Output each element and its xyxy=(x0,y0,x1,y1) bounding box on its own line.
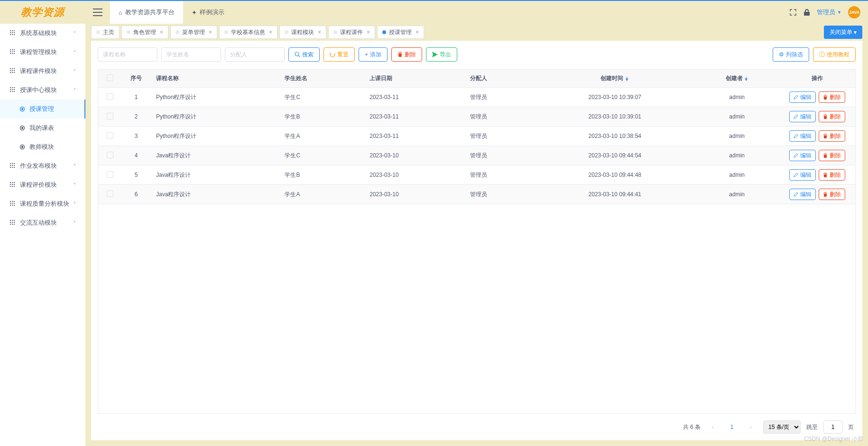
page-number[interactable]: 1 xyxy=(725,420,739,434)
sidebar-item[interactable]: 课程课件模块˅ xyxy=(0,62,85,81)
svg-rect-45 xyxy=(10,165,11,166)
svg-rect-25 xyxy=(12,72,13,73)
row-delete-button[interactable]: 删除 xyxy=(819,111,845,122)
student-input[interactable] xyxy=(161,47,221,62)
hamburger-icon[interactable] xyxy=(93,9,102,16)
sidebar-subitem[interactable]: 教师模块 xyxy=(0,137,85,156)
close-icon[interactable]: × xyxy=(318,29,321,36)
header-tab-platform[interactable]: ⌂ 教学资源共享平台 xyxy=(110,1,183,24)
prev-page-button[interactable]: ‹ xyxy=(706,420,720,434)
trash-icon xyxy=(823,192,828,197)
close-icon[interactable]: × xyxy=(160,29,163,36)
svg-rect-48 xyxy=(10,167,11,168)
tab[interactable]: 主页 xyxy=(91,26,120,39)
col-creator[interactable]: 创建者▲▼ xyxy=(694,70,779,88)
next-page-button[interactable]: › xyxy=(744,420,757,434)
columns-button[interactable]: ⚙ 列筛选 xyxy=(773,47,809,62)
tutorial-button[interactable]: ⓘ 使用教程 xyxy=(813,47,856,62)
chevron-icon: ˅ xyxy=(74,31,76,36)
row-checkbox[interactable] xyxy=(107,132,113,139)
cell-student: 学生C xyxy=(279,146,364,165)
svg-rect-53 xyxy=(14,182,15,183)
search-button[interactable]: 搜索 xyxy=(288,47,320,62)
tab[interactable]: 课程模块× xyxy=(279,26,326,39)
svg-rect-56 xyxy=(14,184,15,185)
cell-student: 学生A xyxy=(279,185,364,204)
row-delete-button[interactable]: 删除 xyxy=(819,130,845,142)
sidebar-item[interactable]: 课程管理模块˅ xyxy=(0,43,85,62)
sidebar-item[interactable]: 作业发布模块˅ xyxy=(0,156,85,175)
cell-course: Python程序设计 xyxy=(150,107,279,127)
sidebar-subitem[interactable]: 授课管理 xyxy=(0,100,85,118)
sidebar-item[interactable]: 授课中心模块˄ xyxy=(0,81,85,100)
header-tab-demo[interactable]: ✦ 样例演示 xyxy=(183,1,233,24)
tab-label: 授课管理 xyxy=(389,28,412,36)
close-icon[interactable]: × xyxy=(269,29,272,36)
row-delete-button[interactable]: 删除 xyxy=(819,169,845,181)
close-icon[interactable]: × xyxy=(416,29,419,36)
cell-course: Java程序设计 xyxy=(150,185,279,204)
tab[interactable]: 课程课件× xyxy=(328,26,375,39)
course-input[interactable] xyxy=(98,47,157,62)
page-size-select[interactable]: 15 条/页 xyxy=(763,420,801,434)
sidebar-item[interactable]: 交流互动模块˅ xyxy=(0,213,85,232)
close-icon[interactable]: × xyxy=(367,29,370,36)
close-icon[interactable]: × xyxy=(209,29,212,36)
delete-button[interactable]: 删除 xyxy=(391,47,422,62)
avatar[interactable]: JAVA xyxy=(848,6,860,18)
close-menu-button[interactable]: 关闭菜单 ▾ xyxy=(824,26,862,39)
svg-rect-60 xyxy=(10,201,11,202)
tab-label: 课程模块 xyxy=(291,28,314,36)
row-checkbox[interactable] xyxy=(107,93,113,100)
trash-icon xyxy=(823,153,828,158)
row-checkbox[interactable] xyxy=(107,113,113,119)
fullscreen-icon[interactable] xyxy=(789,9,797,16)
svg-rect-47 xyxy=(14,165,15,166)
jump-input[interactable] xyxy=(823,420,842,434)
sidebar-item[interactable]: 课程评价模块˅ xyxy=(0,175,85,194)
tab[interactable]: 角色管理× xyxy=(121,26,168,39)
total-text: 共 6 条 xyxy=(683,423,701,431)
edit-button[interactable]: 编辑 xyxy=(789,130,816,142)
svg-rect-15 xyxy=(10,53,11,54)
reset-button[interactable]: 重置 xyxy=(323,47,355,62)
svg-rect-42 xyxy=(10,163,11,164)
row-delete-button[interactable]: 删除 xyxy=(819,189,845,200)
user-dropdown[interactable]: 管理员 ▼ xyxy=(817,8,841,17)
tab[interactable]: 菜单管理× xyxy=(170,26,217,39)
row-delete-button[interactable]: 删除 xyxy=(819,150,845,161)
edit-button[interactable]: 编辑 xyxy=(789,169,816,181)
export-button[interactable]: 导出 xyxy=(426,47,457,62)
edit-button[interactable]: 编辑 xyxy=(789,150,816,161)
col-created-at[interactable]: 创建时间▲▼ xyxy=(535,70,694,88)
plus-icon: + xyxy=(365,51,368,58)
sidebar-item[interactable]: 课程质量分析模块˅ xyxy=(0,194,85,213)
select-all-checkbox[interactable] xyxy=(107,74,113,81)
circle-icon xyxy=(19,125,26,131)
edit-button[interactable]: 编辑 xyxy=(789,111,816,122)
svg-rect-74 xyxy=(14,222,15,223)
sidebar-item-label: 授课中心模块 xyxy=(20,86,74,94)
edit-button[interactable]: 编辑 xyxy=(789,91,816,103)
add-button[interactable]: + 添加 xyxy=(359,47,388,62)
jump-suffix: 页 xyxy=(848,423,854,431)
sidebar-subitem[interactable]: 我的课表 xyxy=(0,118,85,137)
row-checkbox[interactable] xyxy=(107,171,113,178)
assignee-input[interactable] xyxy=(225,47,285,62)
cell-created-at: 2023-03-10 10:39:01 xyxy=(535,107,694,127)
row-checkbox[interactable] xyxy=(107,191,113,197)
tab[interactable]: 学校基本信息× xyxy=(219,26,277,39)
svg-rect-4 xyxy=(12,32,13,33)
tab[interactable]: 授课管理× xyxy=(377,26,424,39)
main-area: ⌂ 教学资源共享平台 ✦ 样例演示 管理员 ▼ JAVA xyxy=(85,1,868,446)
row-checkbox[interactable] xyxy=(107,152,113,158)
lock-icon[interactable] xyxy=(803,9,810,16)
cell-created-at: 2023-03-10 10:38:54 xyxy=(535,127,694,146)
svg-rect-5 xyxy=(14,32,15,33)
grid-icon xyxy=(9,49,16,55)
svg-rect-61 xyxy=(12,201,13,202)
sidebar-item[interactable]: 系统基础模块˅ xyxy=(0,24,85,43)
edit-button[interactable]: 编辑 xyxy=(789,189,816,200)
grid-icon xyxy=(9,219,16,226)
row-delete-button[interactable]: 删除 xyxy=(819,91,845,103)
